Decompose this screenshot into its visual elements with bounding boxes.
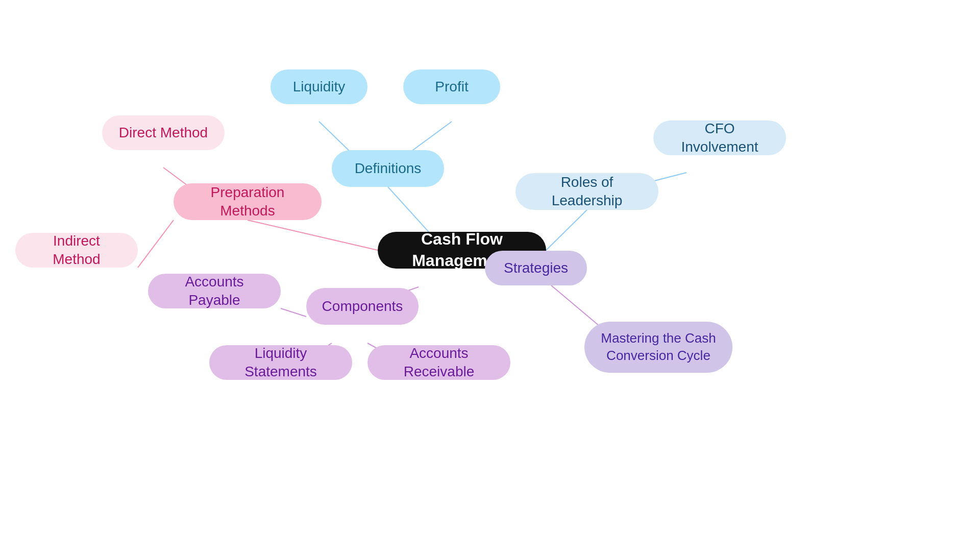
liquidity-node[interactable]: Liquidity [271,69,368,104]
liquidity-statements-node[interactable]: Liquidity Statements [209,345,352,380]
liquidity-label: Liquidity [293,78,346,96]
cfo-involvement-node[interactable]: CFO Involvement [653,121,786,155]
svg-line-3 [546,210,587,250]
indirect-method-label: Indirect Method [31,232,122,269]
roles-of-leadership-label: Roles of Leadership [531,173,643,210]
accounts-payable-label: Accounts Payable [163,273,265,310]
strategies-label: Strategies [504,259,568,277]
liquidity-statements-label: Liquidity Statements [225,344,337,381]
indirect-method-node[interactable]: Indirect Method [15,233,138,268]
roles-of-leadership-node[interactable]: Roles of Leadership [516,173,658,210]
preparation-methods-label: Preparation Methods [189,183,306,221]
definitions-label: Definitions [355,159,422,178]
direct-method-label: Direct Method [119,124,208,142]
components-label: Components [322,297,403,316]
mastering-ccc-label: Mastering the CashConversion Cycle [601,330,716,365]
strategies-node[interactable]: Strategies [485,251,587,285]
accounts-payable-node[interactable]: Accounts Payable [148,274,281,308]
svg-line-5 [248,220,378,250]
definitions-node[interactable]: Definitions [332,150,444,187]
cfo-involvement-label: CFO Involvement [669,119,771,157]
accounts-receivable-label: Accounts Receivable [383,344,495,381]
components-node[interactable]: Components [306,288,419,325]
direct-method-node[interactable]: Direct Method [102,115,225,150]
mastering-ccc-node[interactable]: Mastering the CashConversion Cycle [584,322,732,373]
profit-node[interactable]: Profit [403,69,500,104]
accounts-receivable-node[interactable]: Accounts Receivable [368,345,510,380]
profit-label: Profit [435,78,468,96]
svg-line-7 [138,220,174,268]
preparation-methods-node[interactable]: Preparation Methods [174,183,322,220]
svg-line-9 [281,308,306,317]
